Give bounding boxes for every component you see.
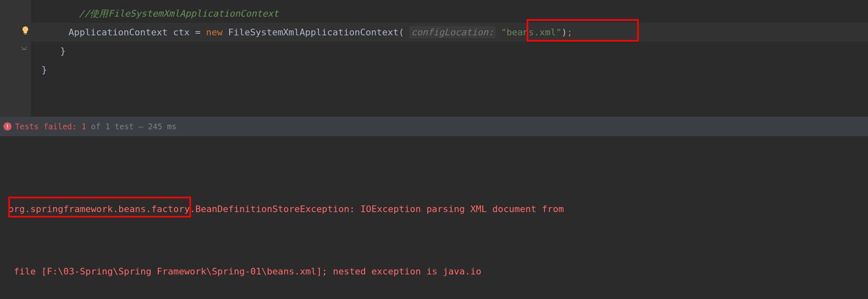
status-time: 245 ms — [148, 122, 177, 131]
status-prefix: Tests failed: — [15, 122, 77, 131]
new-keyword: new — [206, 27, 223, 37]
status-middle: of 1 test – — [91, 122, 143, 131]
class-name: FileSystemXmlApplicationContext — [228, 27, 399, 37]
intention-bulb-icon[interactable] — [21, 26, 30, 35]
close-brace: } — [60, 46, 66, 56]
close-brace: } — [42, 64, 47, 75]
console-output[interactable]: org.springframework.beans.factory.BeanDe… — [0, 136, 868, 299]
code-editor[interactable]: //使用FileSystemXmlApplicationContext Appl… — [0, 0, 868, 116]
editor-gutter — [0, 0, 31, 116]
code-line-brace1[interactable]: } — [42, 42, 868, 60]
hint-label: configLocation: — [411, 27, 494, 37]
paren-close: ) — [562, 27, 567, 37]
semicolon: ; — [567, 27, 572, 37]
error-line-2: file [F:\03-Spring\Spring Framework\Spri… — [8, 261, 860, 282]
code-content[interactable]: //使用FileSystemXmlApplicationContext Appl… — [0, 0, 868, 79]
comment-text: //使用FileSystemXmlApplicationContext — [79, 8, 279, 19]
code-line-comment[interactable]: //使用FileSystemXmlApplicationContext — [42, 4, 868, 23]
paren-open: ( — [399, 27, 404, 37]
test-status-bar: ! Tests failed: 1 of 1 test – 245 ms — [0, 116, 868, 136]
code-line-statement[interactable]: ApplicationContext ctx = new FileSystemX… — [31, 23, 868, 42]
string-literal: "beans.xml" — [501, 27, 562, 37]
error-status-icon: ! — [3, 122, 12, 131]
fold-end-icon[interactable] — [21, 46, 30, 55]
variable-name: ctx — [173, 27, 190, 37]
failed-count: 1 — [81, 122, 86, 131]
svg-rect-0 — [24, 34, 27, 34]
parameter-hint: configLocation: — [409, 26, 495, 38]
equals-op: = — [195, 27, 201, 37]
code-line-brace2[interactable]: } — [42, 60, 868, 79]
error-stacktrace[interactable]: org.springframework.beans.factory.BeanDe… — [8, 157, 860, 299]
type-name: ApplicationContext — [69, 27, 167, 37]
error-line-1: org.springframework.beans.factory.BeanDe… — [8, 199, 860, 220]
